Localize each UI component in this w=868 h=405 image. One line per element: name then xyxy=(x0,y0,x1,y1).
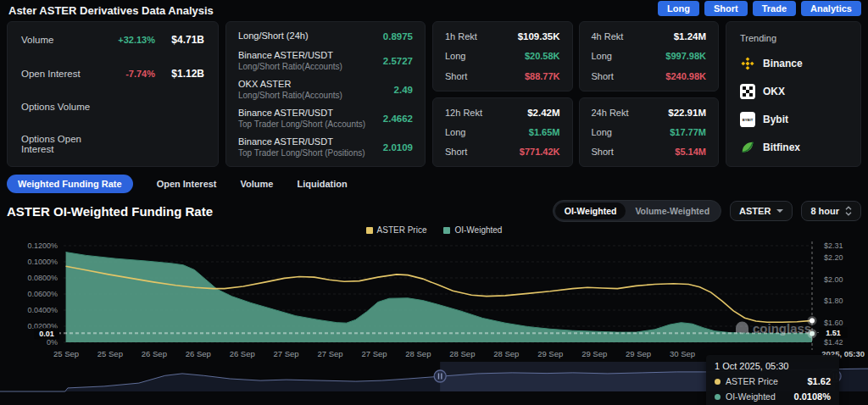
rekt-total: $109.35K xyxy=(518,31,560,42)
ratio-value: 2.49 xyxy=(394,85,413,95)
toggle-volume-weighted[interactable]: Volume-Weighted xyxy=(626,202,719,219)
y-axis-left-tick: 0.1200% xyxy=(27,241,58,250)
trending-item-okx[interactable]: OKX xyxy=(740,84,847,99)
trending-item-label: Binance xyxy=(763,58,803,69)
rekt-total: $2.42M xyxy=(527,108,559,118)
page-header: Aster ASTER Derivatives Data Analysis Lo… xyxy=(0,0,868,20)
svg-text:0.01: 0.01 xyxy=(39,330,54,338)
y-axis-right-tick: $2.00 xyxy=(824,275,843,284)
market-overview-card: Volume +32.13% $4.71B Open Interest -7.7… xyxy=(7,21,219,167)
tab-open-interest[interactable]: Open Interest xyxy=(157,175,217,193)
chart-tooltip: 1 Oct 2025, 05:30 ASTER Price $1.62 OI-W… xyxy=(706,355,839,405)
updown-arrows-icon xyxy=(845,206,852,216)
rekt-short-value: $88.77K xyxy=(525,71,560,81)
series-dot xyxy=(715,394,721,400)
ratio-label: Binance ASTER/USDT xyxy=(238,136,383,147)
y-axis-right-tick: $2.31 xyxy=(824,241,843,250)
trending-item-label: Bybit xyxy=(763,114,788,125)
y-axis-left-tick: 0.0600% xyxy=(27,290,58,298)
toggle-oi-weighted[interactable]: OI-Weighted xyxy=(555,202,626,219)
ratio-value: 2.0109 xyxy=(383,142,413,153)
ratio-label: Binance ASTER/USDT xyxy=(238,108,383,118)
chart-controls: OI-Weighted Volume-Weighted ASTER 8 hour xyxy=(553,200,861,222)
trade-button[interactable]: Trade xyxy=(753,1,796,16)
rekt-long-value: $20.58K xyxy=(525,51,560,61)
trending-item-bitfinex[interactable]: Bitfinex xyxy=(740,140,847,155)
okx-icon xyxy=(740,84,755,99)
ratio-text: Long/Short (24h) xyxy=(238,31,383,42)
y-axis-right-tick: $1.42 xyxy=(824,338,843,347)
rekt-short-label: Short xyxy=(592,147,614,157)
x-axis-tick: 26 Sep xyxy=(230,349,255,358)
ratio-label: Long/Short (24h) xyxy=(238,31,383,41)
y-axis-left-tick: 0.1000% xyxy=(27,258,58,266)
rekt-long-label: Long xyxy=(592,127,612,137)
interval-select[interactable]: 8 hour xyxy=(801,201,861,221)
x-axis-tick: 25 Sep xyxy=(53,349,79,358)
x-axis-tick: 29 Sep xyxy=(537,349,563,358)
rekt-card-12h: 12h Rekt$2.42M Long$1.65M Short$771.42K xyxy=(432,97,573,168)
tooltip-label: ASTER Price xyxy=(726,376,802,386)
navigator-handle-left[interactable] xyxy=(434,370,446,382)
chart-title: ASTER OI-Weighted Funding Rate xyxy=(7,204,213,219)
metric-label: Volume xyxy=(21,35,103,45)
metric-value: $4.71B xyxy=(155,34,204,46)
analytics-button[interactable]: Analytics xyxy=(801,1,861,16)
rekt-short-label: Short xyxy=(592,71,614,81)
y-axis-right-tick: $1.60 xyxy=(824,319,843,327)
trending-item-bybit[interactable]: BYBIT Bybit xyxy=(740,112,847,127)
bybit-icon: BYBIT xyxy=(740,112,755,127)
tab-volume[interactable]: Volume xyxy=(241,175,274,193)
metric-label: Options Volume xyxy=(21,102,103,112)
svg-text:BYBIT: BYBIT xyxy=(743,118,754,122)
tooltip-value: 0.0108% xyxy=(794,391,831,402)
tooltip-row: OI-Weighted 0.0108% xyxy=(715,391,831,402)
page-title: Aster ASTER Derivatives Data Analysis xyxy=(8,4,214,17)
rekt-title: 4h Rekt xyxy=(592,31,624,42)
rekt-long-value: $17.77M xyxy=(670,127,706,137)
interval-select-value: 8 hour xyxy=(810,206,839,216)
rekt-long-value: $1.65M xyxy=(529,127,560,137)
x-axis-tick: 27 Sep xyxy=(318,349,343,358)
ratio-row: Binance ASTER/USDT Long/Short Ratio(Acco… xyxy=(238,50,413,71)
rekt-title: 24h Rekt xyxy=(592,108,629,118)
liquidation-cards: 1h Rekt$109.35K Long$20.58K Short$88.77K… xyxy=(432,21,719,167)
rekt-card-24h: 24h Rekt$22.91M Long$17.77M Short$5.14M xyxy=(579,97,720,168)
legend-item-oi-weighted[interactable]: OI-Weighted xyxy=(443,225,502,235)
svg-text:1.51: 1.51 xyxy=(826,329,841,337)
legend-swatch xyxy=(366,227,373,234)
chart-tabs: Weighted Funding Rate Open Interest Volu… xyxy=(7,173,348,195)
header-actions: Long Short Trade Analytics xyxy=(658,1,861,16)
rekt-long-value: $997.98K xyxy=(665,51,706,61)
ratio-text: Binance ASTER/USDT Long/Short Ratio(Acco… xyxy=(238,50,383,71)
x-axis-tick: 27 Sep xyxy=(274,349,299,358)
rekt-short-value: $5.14M xyxy=(675,147,706,157)
x-axis-tick: 30 Sep xyxy=(670,349,695,358)
rekt-long-label: Long xyxy=(445,51,465,61)
metric-label: Open Interest xyxy=(21,69,103,79)
ratio-sublabel: Long/Short Ratio(Accounts) xyxy=(238,91,394,100)
trending-item-binance[interactable]: Binance xyxy=(740,56,847,71)
derivatives-dashboard: Aster ASTER Derivatives Data Analysis Lo… xyxy=(0,0,868,405)
tab-liquidation[interactable]: Liquidation xyxy=(297,175,347,193)
binance-icon xyxy=(740,56,755,71)
tooltip-row: ASTER Price $1.62 xyxy=(715,376,831,386)
short-button[interactable]: Short xyxy=(704,1,748,16)
symbol-select[interactable]: ASTER xyxy=(730,201,793,221)
rekt-title: 1h Rekt xyxy=(445,31,477,42)
trending-title: Trending xyxy=(740,33,847,43)
x-axis-tick: 28 Sep xyxy=(493,349,519,358)
rekt-card-1h: 1h Rekt$109.35K Long$20.58K Short$88.77K xyxy=(432,21,573,92)
ratio-sublabel: Long/Short Ratio(Accounts) xyxy=(238,62,383,71)
legend-item-aster-price[interactable]: ASTER Price xyxy=(366,225,427,235)
tab-weighted-funding-rate[interactable]: Weighted Funding Rate xyxy=(7,175,133,193)
svg-text:coinglass: coinglass xyxy=(753,321,811,336)
funding-rate-chart[interactable]: 0.1200%0.1000%0.0800%0.0600%0.0400%0.020… xyxy=(0,237,868,364)
ratio-text: Binance ASTER/USDT Top Trader Long/Short… xyxy=(238,108,383,129)
metric-change: -7.74% xyxy=(103,69,155,79)
y-axis-right-tick: $2.20 xyxy=(824,253,843,262)
bitfinex-icon xyxy=(740,140,755,155)
long-button[interactable]: Long xyxy=(658,1,699,16)
x-axis-tick: 28 Sep xyxy=(449,349,475,358)
rekt-title: 12h Rekt xyxy=(445,108,482,118)
